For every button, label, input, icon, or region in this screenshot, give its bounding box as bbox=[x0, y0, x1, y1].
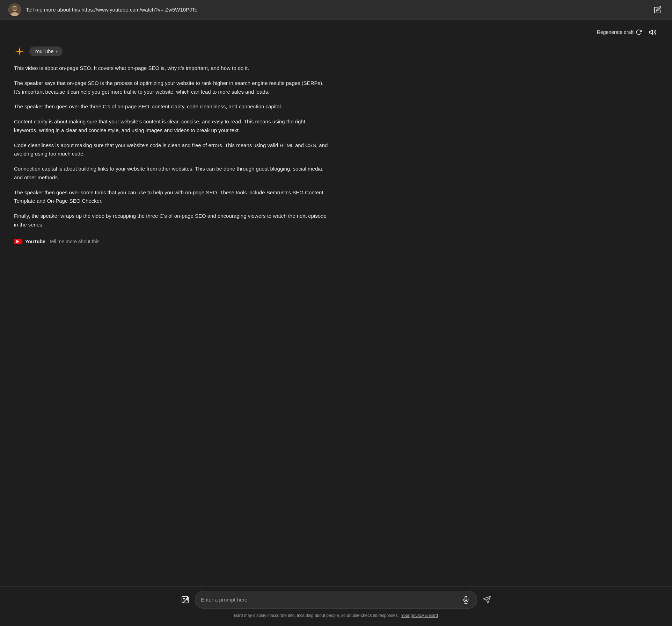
speaker-button[interactable] bbox=[648, 27, 658, 37]
microphone-button[interactable] bbox=[461, 595, 471, 605]
svg-point-3 bbox=[12, 7, 17, 10]
youtube-badge-label: YouTube bbox=[34, 49, 53, 54]
response-paragraph-4: Content clarity is about making sure tha… bbox=[14, 117, 328, 135]
main-content: Regenerate draft YouTube ▾ This bbox=[0, 20, 672, 586]
response-paragraph-5: Code cleanliness is about making sure th… bbox=[14, 141, 328, 159]
response-paragraph-6: Connection capital is about building lin… bbox=[14, 165, 328, 182]
disclaimer: Bard may display inaccurate info, includ… bbox=[8, 612, 664, 619]
source-link-row: YouTube Tell me more about this bbox=[14, 238, 658, 245]
response-header: YouTube ▾ bbox=[14, 46, 658, 57]
avatar bbox=[8, 3, 21, 16]
svg-point-6 bbox=[183, 598, 184, 599]
svg-marker-4 bbox=[650, 30, 652, 35]
bottom-bar: Bard may display inaccurate info, includ… bbox=[0, 586, 672, 626]
response-paragraph-2: The speaker says that on-page SEO is the… bbox=[14, 79, 328, 96]
privacy-link[interactable]: Your privacy & Bard bbox=[401, 613, 438, 618]
prompt-input-wrapper bbox=[195, 591, 477, 609]
prompt-input[interactable] bbox=[201, 597, 457, 603]
top-bar: Tell me more about this https://www.yout… bbox=[0, 0, 672, 20]
regenerate-button[interactable]: Regenerate draft bbox=[597, 29, 642, 35]
chevron-down-icon: ▾ bbox=[56, 49, 58, 54]
youtube-dropdown-button[interactable]: YouTube ▾ bbox=[29, 46, 63, 56]
disclaimer-text: Bard may display inaccurate info, includ… bbox=[234, 613, 399, 618]
response-paragraph-8: Finally, the speaker wraps up the video … bbox=[14, 212, 328, 229]
input-row bbox=[179, 591, 493, 609]
youtube-icon bbox=[14, 239, 22, 244]
response-paragraph-7: The speaker then goes over some tools th… bbox=[14, 188, 328, 206]
response-paragraph-1: This video is about on-page SEO. It cove… bbox=[14, 64, 328, 73]
regenerate-label: Regenerate draft bbox=[597, 29, 634, 35]
source-query-text: Tell me more about this bbox=[49, 238, 100, 245]
add-image-button[interactable] bbox=[179, 593, 191, 606]
conversation-title: Tell me more about this https://www.yout… bbox=[26, 6, 652, 14]
regenerate-row: Regenerate draft bbox=[14, 27, 658, 37]
bard-sparkle-icon bbox=[14, 46, 25, 57]
edit-button[interactable] bbox=[652, 4, 664, 16]
source-youtube-label: YouTube bbox=[25, 238, 45, 245]
send-button[interactable] bbox=[481, 593, 493, 606]
response-body: This video is about on-page SEO. It cove… bbox=[14, 64, 328, 229]
response-paragraph-3: The speaker then goes over the three C's… bbox=[14, 102, 328, 111]
